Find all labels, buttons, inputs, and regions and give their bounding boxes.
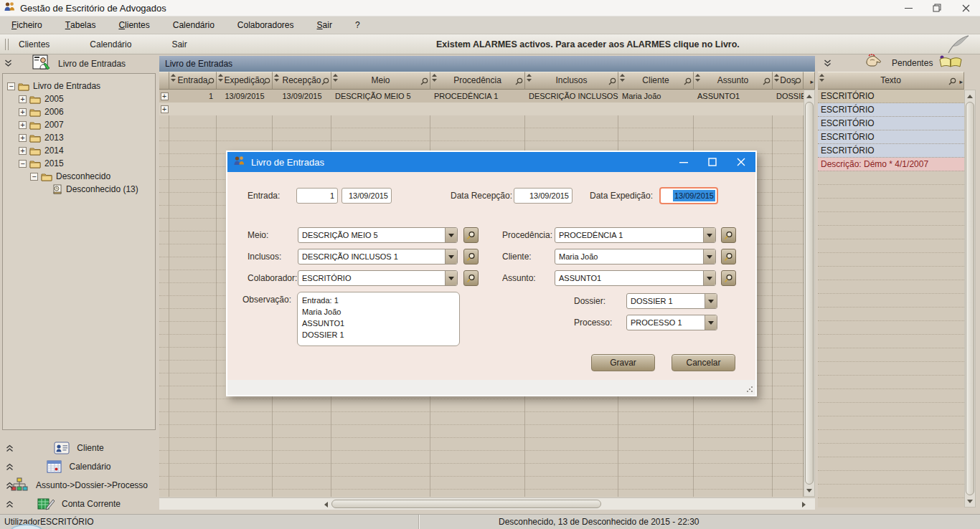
column-header-expedio[interactable]: Expedição	[217, 72, 273, 90]
pendentes-row[interactable]: ESCRITÓRIO	[818, 117, 964, 130]
menu-item-ficheiro[interactable]: Ficheiro	[0, 16, 54, 34]
scroll-down-arrow[interactable]	[804, 485, 814, 495]
chevron-double-down-icon[interactable]	[824, 59, 831, 67]
column-header-assunto[interactable]: Assunto	[694, 72, 773, 90]
menu-item-tabelas[interactable]: Tabelas	[54, 16, 108, 34]
open-book-icon[interactable]	[937, 54, 964, 72]
row-expander-icon[interactable]: +	[161, 105, 169, 113]
menu-item-?[interactable]: ?	[344, 16, 372, 34]
dropdown-arrow-icon[interactable]	[703, 249, 715, 264]
table-row[interactable]: +113/09/201513/09/2015DESCRIÇÃO MEIO 5PR…	[159, 90, 804, 103]
dropdown-arrow-icon[interactable]	[703, 228, 715, 242]
row-expander[interactable]: +	[159, 105, 169, 113]
assunto-combobox[interactable]: ASSUNTO1	[555, 270, 716, 286]
column-header-cliente[interactable]: Cliente	[618, 72, 694, 90]
pendentes-row[interactable]: ESCRITÓRIO	[818, 90, 964, 103]
dialog-close-button[interactable]	[727, 152, 755, 172]
data-recepcao-input[interactable]	[514, 188, 573, 204]
dropdown-arrow-icon[interactable]	[705, 315, 717, 330]
inclusos-combobox[interactable]: DESCRIÇÃO INCLUSOS 1	[298, 249, 458, 264]
cliente-search-button[interactable]	[721, 249, 736, 264]
filter-magnifier-icon[interactable]	[608, 75, 616, 88]
tree-expander-icon[interactable]: +	[19, 147, 27, 155]
chevron-double-up-icon[interactable]	[6, 482, 14, 490]
dialog-maximize-button[interactable]	[698, 152, 727, 172]
dialog-titlebar[interactable]: Livro de Entradas	[227, 152, 755, 172]
sidebar-shortcut-conta-corrente[interactable]: Conta Corrente	[0, 495, 158, 513]
data-expedicao-input[interactable]: 13/09/2015	[659, 187, 718, 204]
meio-combobox[interactable]: DESCRIÇÃO MEIO 5	[298, 227, 458, 243]
chevron-double-up-icon[interactable]	[6, 500, 14, 508]
sidebar-shortcut-cliente[interactable]: Cliente	[0, 439, 158, 457]
restore-button[interactable]	[923, 0, 951, 16]
grid-vertical-scrollbar[interactable]	[804, 90, 815, 497]
entrada-number-input[interactable]	[296, 188, 338, 204]
tree-item-2007[interactable]: +2007	[3, 118, 155, 131]
minimize-button[interactable]	[894, 0, 923, 16]
filter-magnifier-icon[interactable]	[420, 75, 428, 88]
procedencia-search-button[interactable]	[721, 227, 736, 243]
column-header-inclusos[interactable]: Inclusos	[525, 72, 618, 90]
dropdown-arrow-icon[interactable]	[703, 271, 715, 285]
dropdown-arrow-icon[interactable]	[445, 249, 457, 264]
pendentes-row[interactable]: ESCRITÓRIO	[818, 144, 964, 158]
filter-magnifier-icon[interactable]	[263, 75, 270, 88]
resize-grip[interactable]	[746, 386, 753, 393]
texto-column-header[interactable]: Texto ▸	[818, 72, 964, 90]
inclusos-search-button[interactable]	[463, 249, 479, 264]
table-row[interactable]: +	[159, 103, 804, 115]
dialog-minimize-button[interactable]	[669, 152, 698, 172]
scroll-left-arrow[interactable]	[321, 500, 331, 509]
scroll-right-arrow[interactable]	[799, 500, 809, 509]
tree-expander-icon[interactable]: +	[19, 108, 27, 116]
row-expander-icon[interactable]: +	[161, 92, 169, 100]
scroll-down-arrow[interactable]	[965, 496, 975, 506]
colaborador-combobox[interactable]: ESCRITÓRIO	[298, 270, 458, 286]
pendentes-vertical-scrollbar[interactable]	[964, 90, 976, 507]
more-columns-arrow[interactable]: ▸	[810, 78, 814, 85]
chevron-double-down-icon[interactable]	[4, 59, 12, 67]
more-columns-arrow[interactable]: ▸	[959, 78, 963, 85]
grid-horizontal-scrollbar[interactable]	[159, 497, 815, 510]
tree-expander-icon[interactable]: −	[30, 173, 38, 181]
column-header-dos[interactable]: Dos	[773, 72, 804, 90]
toolbar-button-calendrio[interactable]: Calendário	[84, 38, 137, 51]
tree-expander-icon[interactable]: +	[19, 95, 27, 103]
menu-item-sair[interactable]: Sair	[306, 16, 344, 34]
assunto-search-button[interactable]	[721, 270, 736, 286]
processo-combobox[interactable]: PROCESSO 1	[626, 315, 717, 330]
tree-item-2006[interactable]: +2006	[3, 105, 155, 118]
cancelar-button[interactable]: Cancelar	[672, 354, 735, 371]
pendentes-row[interactable]: ESCRITÓRIO	[818, 130, 964, 144]
pendentes-row[interactable]: Descrição: Démo * 4/1/2007	[818, 158, 964, 171]
dropdown-arrow-icon[interactable]	[445, 271, 457, 285]
toolbar-button-clientes[interactable]: Clientes	[13, 38, 55, 51]
toolbar-grip[interactable]	[5, 39, 9, 50]
menu-item-clientes[interactable]: Clientes	[107, 16, 161, 34]
tree-item-2013[interactable]: +2013	[3, 131, 155, 144]
tree-item-desconhecido-13-[interactable]: Desconhecido (13)	[3, 183, 155, 196]
menu-item-colaboradores[interactable]: Colaboradores	[226, 16, 306, 34]
tree-item-2005[interactable]: +2005	[3, 92, 155, 105]
column-header-procedncia[interactable]: Procedência	[430, 72, 525, 90]
toolbar-button-sair[interactable]: Sair	[166, 38, 192, 51]
tree-expander-icon[interactable]: −	[19, 160, 27, 168]
sidebar-shortcut-calend-rio[interactable]: Calendário	[0, 457, 158, 476]
tree-item-2015[interactable]: −2015	[3, 157, 155, 170]
row-expander[interactable]: +	[159, 92, 169, 100]
pendentes-row[interactable]: ESCRITÓRIO	[818, 103, 964, 117]
observacao-textarea[interactable]: Entrada: 1Maria JoãoASSUNTO1DOSSIER 1	[297, 292, 460, 346]
meio-search-button[interactable]	[463, 227, 479, 243]
column-header-entrada[interactable]: Entrada	[169, 72, 217, 90]
scroll-up-arrow[interactable]	[965, 91, 975, 101]
gravar-button[interactable]: Gravar	[591, 354, 655, 371]
filter-magnifier-icon[interactable]	[515, 75, 523, 88]
filter-magnifier-icon[interactable]	[763, 75, 771, 88]
tree-expander-icon[interactable]: −	[7, 82, 15, 90]
dropdown-arrow-icon[interactable]	[705, 294, 717, 308]
filter-magnifier-icon[interactable]	[793, 75, 801, 88]
column-header-recepo[interactable]: Recepção	[273, 72, 331, 90]
grid-vscroll-thumb[interactable]	[805, 102, 814, 485]
sidebar-shortcut-assunto-dossier-processo[interactable]: Assunto->Dossier->Processo	[0, 476, 158, 495]
dropdown-arrow-icon[interactable]	[445, 228, 457, 242]
